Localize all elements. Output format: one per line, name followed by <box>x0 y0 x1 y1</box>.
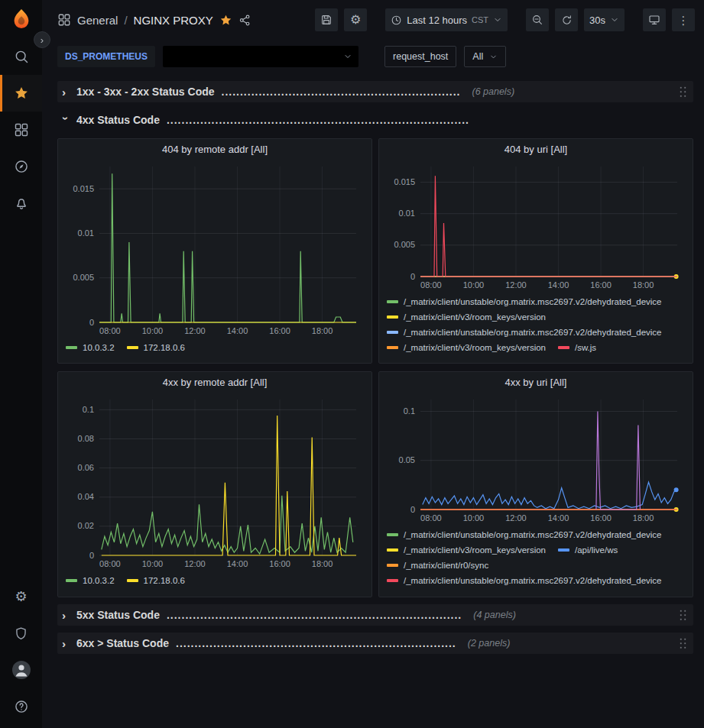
sidebar-expand-button[interactable]: › <box>34 31 50 48</box>
refresh-interval-picker[interactable]: 30s <box>584 8 625 31</box>
page-title[interactable]: NGINX PROXY <box>134 14 213 27</box>
request-host-variable-label[interactable]: request_host <box>384 46 456 67</box>
svg-text:08:00: 08:00 <box>99 326 121 335</box>
kebab-menu-icon: ⋮ <box>678 15 689 26</box>
panel-legend: /_matrix/client/unstable/org.matrix.msc2… <box>379 525 693 591</box>
panel-4xx-by-uri: 4xx by uri [All] 08:0010:0012:0014:0016:… <box>378 371 693 597</box>
grafana-logo[interactable] <box>10 8 33 34</box>
favorite-star-icon[interactable] <box>219 14 232 27</box>
legend-item[interactable]: /api/live/ws <box>558 542 618 558</box>
legend-label: /_matrix/client/unstable/org.matrix.msc2… <box>404 573 662 588</box>
bell-icon <box>14 196 29 211</box>
row-1xx-3xx-2xx[interactable]: › 1xx - 3xx - 2xx Status Code ..........… <box>57 81 693 102</box>
dashboard-settings-button[interactable]: ⚙ <box>344 8 367 31</box>
sidebar-item-profile[interactable] <box>0 652 42 688</box>
datasource-variable-select[interactable] <box>163 46 358 67</box>
datasource-variable-label[interactable]: DS_PROMETHEUS <box>57 46 155 67</box>
row-4xx[interactable]: › 4xx Status Code ......................… <box>57 109 693 131</box>
svg-text:0: 0 <box>89 318 94 327</box>
legend-item[interactable]: /_matrix/client/v3/room_keys/version <box>387 542 546 558</box>
share-icon[interactable] <box>238 14 251 27</box>
tv-mode-button[interactable] <box>643 8 666 31</box>
breadcrumb-section[interactable]: General <box>77 14 118 27</box>
sidebar-item-server-admin[interactable] <box>0 615 42 652</box>
svg-text:0.1: 0.1 <box>404 406 415 416</box>
legend-item[interactable]: /_matrix/client/unstable/org.matrix.msc2… <box>387 294 662 309</box>
sidebar-item-explore[interactable] <box>0 148 42 185</box>
sidebar-item-help[interactable] <box>0 688 42 725</box>
legend-item[interactable]: /_matrix/client/r0/sync <box>387 558 488 573</box>
panel-legend: /_matrix/client/unstable/org.matrix.msc2… <box>379 292 693 358</box>
svg-text:08:00: 08:00 <box>420 280 442 290</box>
legend-item[interactable]: 172.18.0.6 <box>127 573 185 588</box>
row-title: 5xx Status Code <box>76 609 160 621</box>
gear-icon: ⚙ <box>350 14 361 26</box>
legend-swatch-icon <box>387 548 398 552</box>
save-dashboard-button[interactable] <box>315 8 338 31</box>
timeseries-chart[interactable]: 08:0010:0012:0014:0016:0018:0000.0050.01… <box>64 160 365 338</box>
legend-swatch-icon <box>127 346 138 349</box>
timeseries-chart[interactable]: 08:0010:0012:0014:0016:0018:0000.0050.01… <box>385 160 686 292</box>
row-dots: ........................................… <box>222 86 461 98</box>
panel-title[interactable]: 4xx by uri [All] <box>379 372 693 392</box>
request-host-variable-value[interactable]: All <box>464 46 506 67</box>
row-drag-handle[interactable] <box>679 609 687 622</box>
row-title: 6xx > Status Code <box>76 637 169 649</box>
legend-item[interactable]: 10.0.3.2 <box>66 573 115 588</box>
svg-text:10:00: 10:00 <box>142 559 164 568</box>
row-drag-handle[interactable] <box>679 637 687 650</box>
sidebar-item-configuration[interactable]: ⚙ <box>0 578 42 615</box>
more-options-button[interactable]: ⋮ <box>672 8 695 31</box>
legend-item[interactable]: 172.18.0.6 <box>127 340 185 355</box>
avatar <box>11 660 31 680</box>
chevron-right-icon: › <box>62 637 70 650</box>
svg-text:14:00: 14:00 <box>227 326 248 335</box>
monitor-icon <box>648 14 660 26</box>
legend-label: /sw.js <box>575 340 596 355</box>
legend-label: /api/live/ws <box>575 542 618 558</box>
zoom-out-icon <box>531 14 543 26</box>
zoom-out-button[interactable] <box>526 8 549 31</box>
legend-swatch-icon <box>387 315 398 319</box>
panel-title[interactable]: 404 by remote addr [All] <box>58 139 371 159</box>
legend-item[interactable]: 10.0.3.2 <box>66 340 115 355</box>
svg-text:10:00: 10:00 <box>463 513 485 523</box>
row-6xx[interactable]: › 6xx > Status Code ....................… <box>57 633 693 654</box>
clock-icon <box>391 15 402 26</box>
row-drag-handle[interactable] <box>679 86 687 99</box>
question-icon <box>14 699 29 714</box>
dashboard-header: General / NGINX PROXY ⚙ <box>42 0 704 40</box>
legend-item[interactable]: /_matrix/client/unstable/org.matrix.msc2… <box>387 573 662 588</box>
sidebar-item-dashboards[interactable] <box>0 112 42 148</box>
panel-title[interactable]: 4xx by remote addr [All] <box>58 372 371 392</box>
timeseries-chart[interactable]: 08:0010:0012:0014:0016:0018:0000.050.1 <box>385 393 686 525</box>
compass-icon <box>14 159 29 174</box>
timeseries-chart[interactable]: 08:0010:0012:0014:0016:0018:0000.020.040… <box>64 393 365 571</box>
sidebar-item-starred[interactable] <box>0 75 42 112</box>
panel-404-by-uri: 404 by uri [All] 08:0010:0012:0014:0016:… <box>378 138 693 364</box>
request-host-value-text: All <box>472 51 483 62</box>
legend-item[interactable]: /_matrix/client/unstable/org.matrix.msc2… <box>387 527 662 542</box>
panel-legend: 10.0.3.2172.18.0.6 <box>58 338 371 358</box>
legend-label: /_matrix/client/v3/room_keys/version <box>404 542 546 558</box>
legend-swatch-icon <box>387 533 398 536</box>
time-range-picker[interactable]: Last 12 hours CST <box>385 8 508 31</box>
row-5xx[interactable]: › 5xx Status Code ......................… <box>57 604 693 626</box>
svg-text:18:00: 18:00 <box>633 280 654 290</box>
refresh-button[interactable] <box>555 8 578 31</box>
svg-text:12:00: 12:00 <box>505 280 527 290</box>
svg-text:14:00: 14:00 <box>548 280 569 290</box>
legend-swatch-icon <box>387 331 398 334</box>
sidebar-item-alerting[interactable] <box>0 185 42 222</box>
legend-item[interactable]: /_matrix/client/v3/room_keys/version <box>387 340 546 355</box>
svg-text:0.02: 0.02 <box>78 521 94 530</box>
svg-text:10:00: 10:00 <box>142 326 164 335</box>
nav-sidebar: ⚙ <box>0 0 42 728</box>
svg-text:0.01: 0.01 <box>78 228 94 238</box>
svg-text:12:00: 12:00 <box>184 326 206 335</box>
panels-grid: 404 by remote addr [All] 08:0010:0012:00… <box>57 138 693 597</box>
panel-title[interactable]: 404 by uri [All] <box>379 139 693 159</box>
legend-item[interactable]: /_matrix/client/v3/room_keys/version <box>387 309 546 325</box>
legend-item[interactable]: /_matrix/client/unstable/org.matrix.msc2… <box>387 325 662 340</box>
legend-item[interactable]: /sw.js <box>558 340 596 355</box>
